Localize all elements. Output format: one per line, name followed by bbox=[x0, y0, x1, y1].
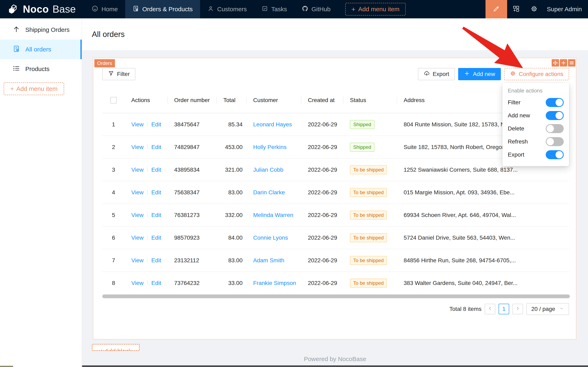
github-icon bbox=[302, 5, 308, 13]
previous-page-button[interactable] bbox=[485, 304, 495, 314]
filter-button[interactable]: Filter bbox=[102, 68, 135, 80]
app-logo[interactable]: Noco Base bbox=[0, 3, 84, 16]
action-divider bbox=[147, 212, 148, 217]
row-action-edit[interactable]: Edit bbox=[151, 121, 161, 128]
toggle-switch-delete[interactable] bbox=[546, 124, 564, 133]
row-action-edit[interactable]: Edit bbox=[151, 234, 161, 241]
row-index-cell: 6 bbox=[102, 226, 125, 249]
order-number-cell: 76381273 bbox=[168, 204, 217, 226]
add-block-button[interactable]: + Add block bbox=[92, 344, 140, 351]
row-action-edit[interactable]: Edit bbox=[151, 280, 161, 286]
user-menu[interactable]: Super Admin bbox=[543, 6, 588, 13]
toggle-switch-filter[interactable] bbox=[546, 98, 564, 107]
customer-cell: Frankie Simpson bbox=[247, 272, 301, 294]
status-badge: To be shipped bbox=[350, 279, 387, 288]
status-badge: To be shipped bbox=[350, 233, 387, 242]
status-cell: Shipped bbox=[344, 113, 397, 136]
settings-button[interactable] bbox=[525, 0, 543, 18]
status-cell: To be shipped bbox=[344, 158, 397, 181]
customers-icon bbox=[207, 5, 214, 13]
sidebar-item-products[interactable]: Products bbox=[0, 59, 82, 79]
add-new-button[interactable]: Add new bbox=[458, 68, 501, 80]
horizontal-scrollbar-thumb[interactable] bbox=[102, 294, 570, 298]
row-action-view[interactable]: View bbox=[131, 189, 143, 196]
order-number-cell: 73764232 bbox=[168, 272, 217, 294]
customer-cell: Julian Cobb bbox=[247, 158, 301, 181]
arrow-up-icon bbox=[13, 25, 20, 34]
sidebar-item-shipping-orders[interactable]: Shipping Orders bbox=[0, 20, 82, 40]
ui-editor-button[interactable] bbox=[486, 0, 507, 18]
block-menu-icon[interactable] bbox=[568, 59, 575, 67]
status-badge: Shipped bbox=[350, 120, 374, 129]
add-block-icon[interactable] bbox=[560, 59, 567, 67]
add-menu-item-button-top[interactable]: + Add menu item bbox=[345, 3, 406, 16]
customer-link[interactable]: Darin Clarke bbox=[253, 189, 285, 196]
status-cell: To be shipped bbox=[344, 272, 397, 294]
toggle-switch-export[interactable] bbox=[546, 150, 564, 159]
row-action-view[interactable]: View bbox=[131, 257, 143, 264]
status-cell: To be shipped bbox=[344, 226, 397, 249]
created-at-cell: 2022-06-29 bbox=[301, 272, 344, 294]
toggle-switch-add-new[interactable] bbox=[546, 111, 564, 120]
row-action-edit[interactable]: Edit bbox=[151, 212, 161, 218]
block-designer-toolbar bbox=[552, 59, 575, 67]
customer-link[interactable]: Julian Cobb bbox=[253, 167, 283, 173]
add-menu-item-button-side[interactable]: + Add menu item bbox=[4, 83, 64, 95]
total-cell: 84.00 bbox=[217, 226, 247, 249]
address-cell: 69934 Schoen River, Apt. 646, 49704, Wal… bbox=[397, 204, 569, 226]
row-action-edit[interactable]: Edit bbox=[151, 144, 161, 150]
customer-link[interactable]: Connie Lyons bbox=[253, 234, 288, 241]
plus-icon: + bbox=[351, 6, 355, 13]
top-menu-item-orders-products[interactable]: Orders & Products bbox=[125, 0, 200, 18]
row-action-edit[interactable]: Edit bbox=[151, 257, 161, 264]
row-action-view[interactable]: View bbox=[131, 121, 143, 128]
customer-link[interactable]: Holly Perkins bbox=[253, 144, 286, 150]
toolbar-right-group: Export Add new bbox=[418, 68, 569, 80]
row-actions-cell: ViewEdit bbox=[125, 158, 168, 181]
row-action-view[interactable]: View bbox=[131, 144, 143, 150]
export-button[interactable]: Export bbox=[418, 68, 455, 80]
top-menu-item-tasks[interactable]: Tasks bbox=[254, 0, 294, 18]
top-menu-item-home[interactable]: Home bbox=[84, 0, 125, 18]
row-action-edit[interactable]: Edit bbox=[151, 167, 161, 173]
sidebar-menu: Shipping OrdersAll ordersProducts bbox=[0, 20, 82, 79]
drag-handle-icon[interactable] bbox=[552, 59, 559, 67]
order-number-cell: 98570923 bbox=[168, 226, 217, 249]
sidebar-item-all-orders[interactable]: All orders bbox=[0, 40, 82, 59]
customer-link[interactable]: Adam Smith bbox=[253, 257, 284, 264]
chevron-right-icon bbox=[515, 306, 521, 312]
created-at-cell: 2022-06-29 bbox=[301, 204, 344, 226]
customer-cell: Holly Perkins bbox=[247, 136, 301, 158]
page-title: All orders bbox=[92, 30, 125, 39]
toggle-switch-refresh[interactable] bbox=[546, 137, 564, 146]
enable-action-row-delete: Delete bbox=[508, 122, 564, 135]
select-all-checkbox[interactable] bbox=[110, 97, 117, 103]
add-menu-item-label: Add menu item bbox=[358, 6, 400, 13]
row-action-edit[interactable]: Edit bbox=[151, 189, 161, 196]
select-all-header-cell bbox=[102, 87, 125, 113]
customer-link[interactable]: Leonard Hayes bbox=[253, 121, 292, 128]
row-action-view[interactable]: View bbox=[131, 280, 143, 286]
top-menu-item-customers[interactable]: Customers bbox=[200, 0, 254, 18]
customer-link[interactable]: Melinda Warren bbox=[253, 212, 293, 218]
customer-cell: Melinda Warren bbox=[247, 204, 301, 226]
page-number-button[interactable]: 1 bbox=[499, 304, 509, 314]
page-header: All orders bbox=[82, 18, 588, 50]
add-new-button-label: Add new bbox=[473, 71, 495, 77]
address-cell: 84856 Hirthe Run, Suite 268, 94754-6705,… bbox=[397, 249, 569, 272]
row-action-view[interactable]: View bbox=[131, 212, 143, 218]
customer-link[interactable]: Frankie Simpson bbox=[253, 280, 296, 286]
row-action-view[interactable]: View bbox=[131, 167, 143, 173]
row-action-view[interactable]: View bbox=[131, 234, 143, 241]
customer-cell: Adam Smith bbox=[247, 249, 301, 272]
table-toolbar: Filter Export bbox=[102, 68, 569, 80]
configure-actions-button[interactable]: Configure actions bbox=[504, 68, 569, 80]
page-size-select[interactable]: 20 / page bbox=[526, 303, 569, 315]
row-index-cell: 3 bbox=[102, 158, 125, 181]
column-header-total: Total bbox=[217, 87, 247, 113]
next-page-button[interactable] bbox=[512, 304, 523, 314]
blocks-add-icon bbox=[512, 5, 520, 13]
plugin-manager-button[interactable] bbox=[507, 0, 525, 18]
sidebar-item-label: Shipping Orders bbox=[25, 26, 70, 33]
top-menu-item-github[interactable]: GitHub bbox=[294, 0, 338, 18]
